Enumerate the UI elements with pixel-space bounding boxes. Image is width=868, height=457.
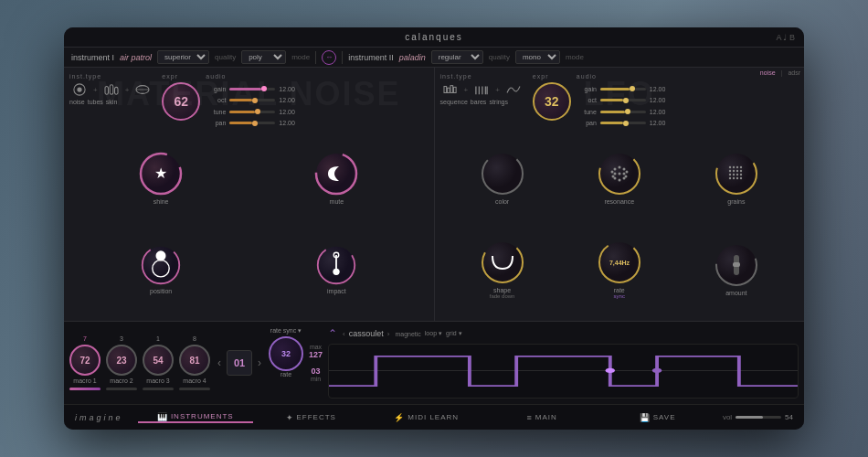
sequence-icon[interactable]	[440, 82, 460, 97]
skin-icon[interactable]	[132, 82, 153, 97]
oct2-value: 12.00	[650, 97, 672, 103]
seq-label: sequence	[440, 99, 468, 105]
tune-label: tune	[206, 109, 226, 115]
nav-main[interactable]: ≡ MAIN	[484, 413, 599, 422]
bares-label: bares	[471, 99, 487, 105]
inst1-type-section: inst.type +	[69, 73, 153, 128]
macros-section: 7 72 macro 1 3 23 macro 2 1 54 macro 3 8…	[69, 327, 210, 399]
svg-rect-24	[453, 87, 456, 92]
inst2-quality-label: quality	[489, 53, 510, 61]
skin-label: skin	[106, 99, 117, 105]
pan2-slider[interactable]	[600, 122, 646, 124]
inst2-label: instrument II	[348, 53, 394, 62]
inst1-label: instrument I	[71, 53, 114, 62]
inst1-mode-select[interactable]: polymono	[241, 50, 286, 64]
macro1-label: macro 1	[73, 377, 96, 384]
impact-knob[interactable]	[315, 244, 357, 286]
gain-slider[interactable]	[229, 88, 275, 90]
svg-point-75	[606, 368, 615, 373]
scene-display: 01	[227, 350, 252, 376]
svg-point-38	[618, 172, 620, 175]
resonance-knob[interactable]	[597, 151, 642, 197]
tune-slider[interactable]	[229, 111, 275, 113]
inst2-expr-section: expr 32	[533, 73, 571, 128]
panel1-top: inst.type +	[69, 73, 429, 128]
color-label: color	[495, 198, 509, 205]
inst2-expr-knob[interactable]: 32	[533, 82, 571, 121]
oct-slider[interactable]	[229, 99, 275, 101]
nav-save[interactable]: 💾 SAVE	[599, 413, 715, 422]
vol-label: vol	[723, 413, 732, 421]
shape-knob[interactable]	[480, 239, 525, 285]
rate-knob[interactable]: 7,44Hz	[597, 239, 642, 285]
bottom-bar: 7 72 macro 1 3 23 macro 2 1 54 macro 3 8…	[64, 322, 804, 404]
resonance-label: resonance	[604, 198, 634, 205]
seq-tag-magnetic[interactable]: magnetic	[395, 331, 420, 337]
macro2-dial[interactable]: 23	[106, 345, 137, 376]
macro3-sub: 1	[156, 335, 160, 342]
main-label: MAIN	[535, 413, 557, 421]
svg-point-36	[622, 167, 625, 170]
mute-knob[interactable]	[313, 151, 359, 197]
midi-icon: ⚡	[394, 413, 404, 422]
macro3-dial[interactable]: 54	[143, 345, 174, 376]
gain2-slider[interactable]	[600, 88, 646, 90]
tubes-icon[interactable]	[101, 82, 122, 97]
shape-label: shape	[493, 287, 511, 293]
tab-divider[interactable]: ↔	[322, 50, 336, 65]
vol-section: vol 54	[723, 413, 793, 421]
scene-prev-btn[interactable]: ‹	[216, 355, 223, 371]
svg-point-37	[613, 172, 616, 175]
nav-effects[interactable]: ✦ EFFECTS	[253, 413, 368, 422]
nav-instruments[interactable]: 🎹 INSTRUMENTS	[138, 412, 253, 423]
position-knob[interactable]	[140, 244, 182, 286]
pan-slider[interactable]	[229, 122, 275, 124]
macro1-dial[interactable]: 72	[69, 345, 101, 376]
seq-top: ⌃ ‹ cassoulet › magnetic loop ▾ grid ▾	[328, 327, 799, 340]
shine-knob[interactable]: ★	[138, 151, 184, 197]
svg-point-61	[729, 177, 731, 179]
macro2-label: macro 2	[110, 377, 132, 384]
pan-value: 12.00	[279, 120, 302, 126]
svg-point-39	[622, 172, 625, 175]
inst2-mode-select[interactable]: monopoly	[515, 50, 560, 64]
seq-tag-loop[interactable]: loop ▾	[425, 330, 442, 337]
scene-next-btn[interactable]: ›	[256, 355, 263, 371]
seq-prev-btn[interactable]: ‹	[343, 330, 345, 338]
sequencer-section: ⌃ ‹ cassoulet › magnetic loop ▾ grid ▾	[328, 327, 799, 399]
imagine-logo: imagine	[75, 413, 123, 422]
vol-slider[interactable]	[736, 416, 781, 419]
seq-next-btn[interactable]: ›	[387, 330, 390, 338]
rate-sync-label[interactable]: rate sync ▾	[270, 327, 302, 335]
svg-text:★: ★	[154, 165, 167, 181]
svg-rect-22	[447, 88, 450, 92]
svg-point-41	[618, 178, 620, 181]
svg-point-76	[652, 368, 662, 373]
impact-label: impact	[327, 288, 346, 294]
adsr-tab[interactable]: adsr	[788, 69, 800, 76]
noise-tab[interactable]: noise	[760, 69, 776, 76]
color-knob[interactable]	[480, 151, 525, 197]
seq-icon: ⌃	[328, 327, 337, 340]
rate-dial[interactable]: 32	[269, 336, 303, 371]
grains-knob[interactable]	[714, 151, 759, 197]
inst1-expr-knob[interactable]: 62	[162, 82, 200, 121]
grains-label: grains	[727, 198, 745, 205]
seq-tag-grid[interactable]: grid ▾	[446, 330, 462, 337]
svg-rect-73	[733, 262, 740, 267]
scene-nav: ‹ 01 ›	[216, 327, 263, 399]
inst2-quality-select[interactable]: regularsuperior	[431, 50, 483, 64]
nav-midi[interactable]: ⚡ MIDI LEARN	[368, 413, 483, 422]
rate-knob-label: rate	[614, 287, 625, 293]
bares-icon[interactable]	[471, 82, 492, 97]
tune2-slider[interactable]	[600, 111, 646, 113]
noise-icon[interactable]	[69, 82, 90, 97]
seq-display[interactable]	[328, 344, 799, 399]
strings-icon[interactable]	[503, 82, 524, 97]
amount-knob[interactable]	[714, 242, 759, 288]
svg-point-60	[740, 174, 742, 175]
oct2-slider[interactable]	[600, 99, 646, 101]
inst1-quality-select[interactable]: superiorregular	[157, 50, 209, 64]
macro4-dial[interactable]: 81	[179, 345, 210, 376]
svg-point-54	[733, 170, 735, 172]
